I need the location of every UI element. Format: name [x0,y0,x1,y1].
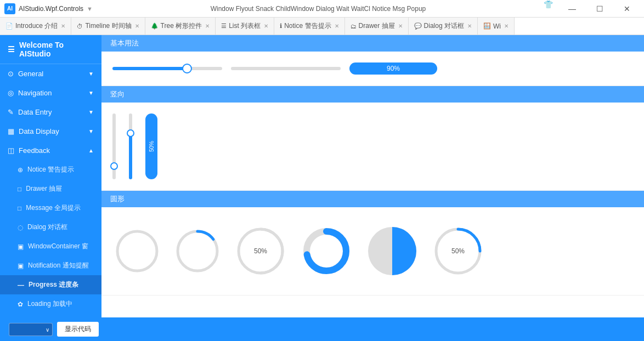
app-logo: AI [4,3,15,14]
tab-close-notice[interactable]: ✕ [335,23,339,29]
sub-label-progress-sub: Progress 进度条 [29,280,78,289]
section-circular-header: 圆形 [101,191,644,207]
sidebar-sub-item-notification-sub[interactable]: ▣Notification 通知提醒 [0,256,101,275]
sub-label-dialog-sub: Dialog 对话框 [27,223,67,232]
circle-svg-2 [173,226,222,276]
sidebar-item-general[interactable]: ⊙General▼ [0,64,101,83]
v-slider-3: 50% [145,113,157,179]
tab-drawer[interactable]: 🗂Drawer 抽屉✕ [345,18,409,35]
circle-3: 50% [233,224,288,279]
sidebar-title: Welcome To AIStudio [19,41,94,58]
sub-label-drawer-sub: Drawer 抽屉 [26,184,62,194]
arrow-icon-data-display: ▼ [88,128,94,134]
sidebar-label-navigation: Navigation [18,89,52,97]
tab-label-dialog: Dialog 对话框 [424,21,464,31]
circle-5 [365,224,420,279]
content-area: 基本用法 90% 竖向 [101,35,644,317]
slider-thumb-1[interactable] [182,64,192,73]
circles-container: 50% [112,218,633,284]
v-progress-bar: 50% [145,113,157,179]
sidebar-sub-item-message-sub[interactable]: □Message 全局提示 [0,198,101,218]
sidebar-item-data-entry[interactable]: ✎Data Entry▼ [0,103,101,122]
window-title: Window Flyout Snack ChildWindow Dialog W… [93,5,544,13]
bottom-select[interactable] [9,323,53,336]
circle-2 [173,226,222,276]
sidebar-item-feedback[interactable]: ◫Feedback▲ [0,141,101,160]
sidebar-sub-item-dialog-sub[interactable]: ◌Dialog 对话框 [0,218,101,237]
v-thumb-1[interactable] [110,162,118,170]
tab-close-drawer[interactable]: ✕ [398,23,403,29]
sub-label-loading-sub: Loading 加载中 [27,299,72,309]
v-thumb-2[interactable] [127,129,134,137]
maximize-button[interactable]: ☐ [587,0,612,18]
section-vertical-header: 竖向 [101,86,644,103]
tab-close-list[interactable]: ✕ [264,23,268,29]
sidebar-item-other[interactable]: ⊞Other▼ [0,314,101,317]
svg-point-0 [117,231,157,271]
slider-track-1[interactable] [112,67,222,70]
hamburger-icon: ☰ [8,45,15,54]
arrow-icon-feedback: ▲ [88,147,94,154]
tab-label-introduce: Introduce 介绍 [15,21,58,31]
sidebar-icon-feedback: ◫ [8,146,14,155]
sidebar-label-data-display: Data Display [19,127,59,135]
tab-close-timeline[interactable]: ✕ [135,23,139,29]
section-basic-header: 基本用法 [101,35,644,52]
tab-close-dialog[interactable]: ✕ [467,23,472,29]
slider-track-2[interactable] [231,67,341,70]
v-track-2[interactable] [129,113,132,179]
tab-introduce[interactable]: 📄Introduce 介绍✕ [0,18,71,35]
tab-icon-tree: 🌲 [151,22,159,30]
minimize-button[interactable]: — [560,0,585,18]
sidebar-item-navigation[interactable]: ◎Navigation▼ [0,83,101,103]
titlebar: AI AIStudio.Wpf.Controls ▼ Window Flyout… [0,0,644,18]
circle-label-6: 50% [451,247,465,255]
sidebar-icon-general: ⊙ [8,70,14,78]
v-track-1[interactable] [112,113,116,179]
window-controls: 👕 — ☐ ✕ [544,0,640,18]
sub-icon-windowcontainer-sub: ▣ [18,243,24,251]
sidebar-sub-item-progress-sub[interactable]: —Progress 进度条 [0,275,101,294]
sidebar-item-data-display[interactable]: ▦Data Display▼ [0,122,101,141]
sidebar-label-general: General [18,70,43,78]
v-fill-2 [129,133,132,179]
sub-label-notification-sub: Notification 通知提醒 [28,261,89,270]
sidebar-label-feedback: Feedback [19,146,50,155]
tab-icon-list: ☰ [221,22,227,30]
tab-icon-wi: 🪟 [483,22,491,30]
show-code-button[interactable]: 显示代码 [57,322,99,337]
sub-icon-notification-sub: ▣ [18,262,24,270]
tab-list[interactable]: ☰List 列表框✕ [216,18,274,35]
sidebar-sub-item-loading-sub[interactable]: ✿Loading 加载中 [0,294,101,314]
sidebar-sub-item-drawer-sub[interactable]: □Drawer 抽屉 [0,179,101,198]
arrow-icon-general: ▼ [88,71,94,77]
sub-icon-progress-sub: — [18,281,24,289]
tab-timeline[interactable]: ⏱Timeline 时间轴✕ [71,18,145,35]
shirt-icon: 👕 [544,0,553,18]
tab-close-tree[interactable]: ✕ [205,23,210,29]
tab-dialog[interactable]: 💬Dialog 对话框✕ [409,18,478,35]
tab-wi[interactable]: 🪟Wi✕ [478,18,515,35]
titlebar-left: AI AIStudio.Wpf.Controls ▼ [4,3,93,14]
section-circular-body: 50% [101,207,644,295]
horizontal-slider-container: 90% [112,62,633,75]
tab-label-list: List 列表框 [229,21,261,31]
tab-close-wi[interactable]: ✕ [504,23,509,29]
tab-icon-notice: ℹ [280,22,282,30]
tab-label-timeline: Timeline 时间轴 [85,21,131,31]
tab-tree[interactable]: 🌲Tree 树形控件✕ [145,18,216,35]
tab-close-introduce[interactable]: ✕ [61,23,65,29]
section-vertical-body: 50% [101,103,644,190]
sidebar-sub-item-windowcontainer-sub[interactable]: ▣WindowContainer 窗 [0,237,101,256]
sub-label-windowcontainer-sub: WindowContainer 窗 [28,242,88,251]
tab-notice[interactable]: ℹNotice 警告提示✕ [274,18,344,35]
close-button[interactable]: ✕ [614,0,640,18]
app-name: AIStudio.Wpf.Controls [19,5,83,13]
circle-1 [112,226,162,276]
section-circular: 圆形 [101,191,644,295]
bottom-dropdown[interactable]: ∨ [9,323,53,336]
circle-4 [299,224,354,279]
progress-bar-horizontal: 90% [349,62,437,75]
sidebar-icon-data-display: ▦ [8,127,14,135]
sidebar-sub-item-notice-sub[interactable]: ⊕Notice 警告提示 [0,160,101,179]
